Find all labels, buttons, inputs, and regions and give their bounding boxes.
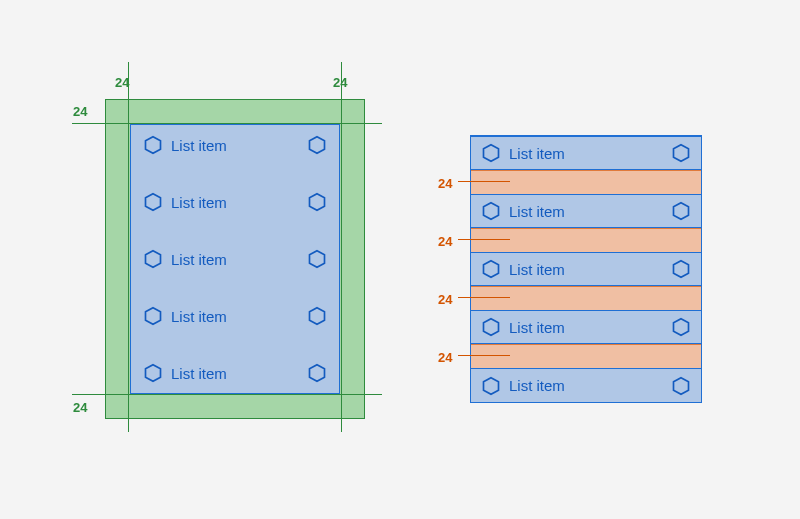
hexagon-icon: [671, 317, 691, 337]
svg-marker-10: [484, 145, 499, 162]
list-item: List item: [131, 249, 339, 269]
svg-marker-12: [484, 203, 499, 220]
padding-dimension-label: 24: [73, 400, 87, 415]
svg-marker-16: [484, 319, 499, 336]
gap-spacer: [471, 286, 701, 312]
hexagon-icon: [481, 201, 501, 221]
hexagon-icon: [143, 306, 163, 326]
gap-dimension-lead: [458, 181, 510, 182]
padding-example-panel: List itemList itemList itemList itemList…: [105, 99, 365, 419]
gap-dimension-label: 24: [438, 234, 452, 249]
padding-dimension-label: 24: [333, 75, 347, 90]
list-item-label: List item: [509, 261, 671, 278]
hexagon-icon: [671, 143, 691, 163]
padding-dimension-label: 24: [115, 75, 129, 90]
padding-guide-horizontal: [72, 123, 382, 124]
gap-dimension-lead: [458, 239, 510, 240]
list-item-label: List item: [509, 145, 671, 162]
list-item: List item: [131, 306, 339, 326]
svg-marker-3: [310, 194, 325, 211]
hexagon-icon: [307, 249, 327, 269]
svg-marker-7: [310, 308, 325, 325]
svg-marker-11: [674, 145, 689, 162]
svg-marker-14: [484, 261, 499, 278]
hexagon-icon: [307, 135, 327, 155]
svg-marker-15: [674, 261, 689, 278]
gap-dimension-label: 24: [438, 292, 452, 307]
gap-dimension-label: 24: [438, 176, 452, 191]
list-item-label: List item: [171, 365, 307, 382]
list-item: List item: [471, 368, 701, 402]
svg-marker-4: [146, 251, 161, 268]
svg-marker-19: [674, 377, 689, 394]
padding-example-content: List itemList itemList itemList itemList…: [130, 124, 340, 394]
list-item: List item: [471, 310, 701, 344]
list-item: List item: [131, 192, 339, 212]
hexagon-icon: [143, 363, 163, 383]
svg-marker-6: [146, 308, 161, 325]
svg-marker-17: [674, 319, 689, 336]
hexagon-icon: [307, 192, 327, 212]
padding-guide-horizontal: [72, 394, 382, 395]
gap-dimension-lead: [458, 355, 510, 356]
svg-marker-8: [146, 365, 161, 382]
svg-marker-13: [674, 203, 689, 220]
svg-marker-1: [310, 137, 325, 154]
list-item-label: List item: [171, 137, 307, 154]
list-item-label: List item: [509, 377, 671, 394]
gap-spacer: [471, 228, 701, 254]
svg-marker-9: [310, 365, 325, 382]
list-item: List item: [471, 252, 701, 286]
list-item-label: List item: [509, 319, 671, 336]
list-item-label: List item: [509, 203, 671, 220]
spacing-diagram: List itemList itemList itemList itemList…: [0, 0, 800, 519]
list-item-label: List item: [171, 308, 307, 325]
hexagon-icon: [307, 363, 327, 383]
gap-dimension-lead: [458, 297, 510, 298]
svg-marker-5: [310, 251, 325, 268]
gap-example-panel: List itemList itemList itemList itemList…: [470, 135, 702, 403]
hexagon-icon: [307, 306, 327, 326]
hexagon-icon: [671, 259, 691, 279]
gap-spacer: [471, 344, 701, 370]
list-item-label: List item: [171, 251, 307, 268]
gap-dimension-label: 24: [438, 350, 452, 365]
hexagon-icon: [671, 201, 691, 221]
padding-guide-vertical: [341, 62, 342, 432]
list-item: List item: [471, 136, 701, 170]
gap-spacer: [471, 170, 701, 196]
hexagon-icon: [143, 135, 163, 155]
padding-guide-vertical: [128, 62, 129, 432]
hexagon-icon: [481, 259, 501, 279]
svg-marker-0: [146, 137, 161, 154]
hexagon-icon: [143, 249, 163, 269]
padding-dimension-label: 24: [73, 104, 87, 119]
hexagon-icon: [481, 317, 501, 337]
svg-marker-2: [146, 194, 161, 211]
hexagon-icon: [671, 376, 691, 396]
list-item: List item: [131, 363, 339, 383]
list-item: List item: [471, 194, 701, 228]
hexagon-icon: [143, 192, 163, 212]
hexagon-icon: [481, 143, 501, 163]
list-item-label: List item: [171, 194, 307, 211]
list-item: List item: [131, 135, 339, 155]
svg-marker-18: [484, 377, 499, 394]
hexagon-icon: [481, 376, 501, 396]
